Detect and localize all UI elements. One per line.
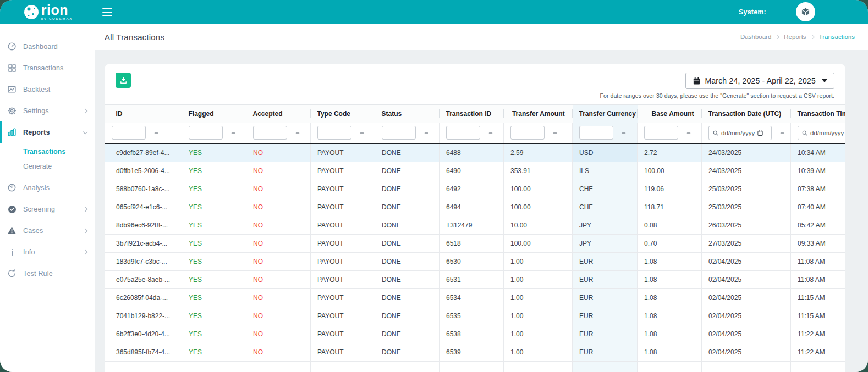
- breadcrumb-reports[interactable]: Reports: [784, 34, 806, 40]
- transactions-card: March 24, 2025 - April 22, 2025 For date…: [105, 64, 845, 372]
- sidebar-item-info[interactable]: Info: [0, 241, 95, 263]
- app-window: rion by CODEMAX System: Das: [0, 0, 868, 372]
- cell-flagged: YES: [182, 234, 246, 252]
- cell-flagged: YES: [182, 198, 246, 216]
- table-row[interactable]: e075a25e-8aeb-...YESNOPAYOUTDONE65311.00…: [105, 270, 846, 288]
- table-row[interactable]: [105, 361, 846, 372]
- column-header-status[interactable]: Status: [375, 105, 440, 123]
- filter-button-transfer_currency[interactable]: [620, 129, 628, 137]
- filter-input-transaction_time[interactable]: dd/mm/yyyy: [798, 126, 845, 140]
- breadcrumb-dashboard[interactable]: Dashboard: [740, 34, 771, 40]
- cell-transaction_date: 02/04/2025: [702, 325, 791, 343]
- cell-transaction_date: 27/03/2025: [702, 234, 791, 252]
- cell-status: DONE: [375, 252, 440, 270]
- cell-transaction_time: 10:34 AM: [791, 143, 846, 162]
- cell-transaction_id: 6539: [440, 343, 504, 361]
- filter-input-id[interactable]: [112, 126, 146, 140]
- filter-input-status[interactable]: [382, 126, 416, 140]
- cell-transfer_currency: EUR: [573, 343, 638, 361]
- submenu-item-transactions[interactable]: Transactions: [0, 144, 95, 159]
- column-header-flagged[interactable]: Flagged: [182, 105, 246, 123]
- cell-status: DONE: [375, 234, 440, 252]
- table-row[interactable]: 8db96ec6-92f8-...YESNOPAYOUTDONET3124791…: [105, 216, 846, 234]
- table-row[interactable]: 065cf924-e1c6-...YESNOPAYOUTDONE6494100.…: [105, 198, 846, 216]
- sidebar-item-analysis[interactable]: Analysis: [0, 177, 95, 198]
- sidebar-item-test-rule[interactable]: Test Rule: [0, 263, 95, 284]
- card-toolbar: March 24, 2025 - April 22, 2025 For date…: [105, 64, 845, 104]
- filter-button-accepted[interactable]: [294, 129, 301, 137]
- column-header-transaction_id[interactable]: Transaction ID: [440, 105, 504, 123]
- sidebar-item-dashboard[interactable]: Dashboard: [0, 36, 95, 57]
- filter-input-flagged[interactable]: [189, 126, 223, 140]
- chevron-right-icon: [83, 228, 87, 232]
- filter-button-type_code[interactable]: [358, 129, 366, 137]
- table-row[interactable]: 6b2ff3e0-4d20-4...YESNOPAYOUTDONE65381.0…: [105, 325, 846, 343]
- filter-input-transaction_id[interactable]: [446, 126, 480, 140]
- cell-type_code: PAYOUT: [311, 162, 375, 180]
- table-row[interactable]: d0ffb1e5-2006-4...YESNOPAYOUTDONE6490353…: [105, 162, 846, 180]
- table-row[interactable]: 7041b129-b822-...YESNOPAYOUTDONE65351.00…: [105, 307, 846, 325]
- header-row: IDFlaggedAcceptedType CodeStatusTransact…: [105, 105, 846, 123]
- table-row[interactable]: 6c26085f-04da-...YESNOPAYOUTDONE65341.00…: [105, 288, 846, 307]
- cell-id: 588b0760-1a8c-...: [105, 180, 182, 198]
- calendar-icon[interactable]: [757, 130, 763, 136]
- cell-id: [105, 361, 182, 372]
- filter-button-transaction_id[interactable]: [487, 129, 495, 137]
- column-header-base_amount[interactable]: Base Amount: [638, 105, 702, 123]
- brand-logo[interactable]: rion by CODEMAX: [0, 0, 95, 24]
- cell-transaction_id: 6488: [440, 143, 504, 162]
- filter-button-transaction_date[interactable]: [778, 129, 786, 137]
- filter-input-type_code[interactable]: [317, 126, 351, 140]
- cell-transfer_amount: 10.00: [504, 216, 573, 234]
- cell-type_code: PAYOUT: [311, 325, 375, 343]
- filter-input-transfer_currency[interactable]: [579, 126, 613, 140]
- gauge-icon: [7, 42, 17, 51]
- table-row[interactable]: 365d895f-fb74-4...YESNOPAYOUTDONE65391.0…: [105, 343, 846, 361]
- column-header-transaction_date[interactable]: Transaction Date (UTC): [702, 105, 791, 123]
- column-header-transaction_time[interactable]: Transaction Time (UTC): [791, 105, 846, 123]
- filter-button-flagged[interactable]: [229, 129, 237, 137]
- cell-type_code: PAYOUT: [311, 198, 375, 216]
- filter-button-base_amount[interactable]: [685, 129, 693, 137]
- column-header-transfer_amount[interactable]: Transfer Amount: [504, 105, 573, 123]
- cell-type_code: PAYOUT: [311, 343, 375, 361]
- date-range-picker[interactable]: March 24, 2025 - April 22, 2025: [685, 73, 834, 89]
- column-header-transfer_currency[interactable]: Transfer Currency: [573, 105, 638, 123]
- sidebar-item-transactions[interactable]: Transactions: [0, 57, 95, 79]
- submenu-item-generate[interactable]: Generate: [0, 159, 95, 174]
- cell-id: e075a25e-8aeb-...: [105, 270, 182, 288]
- cell-status: DONE: [375, 143, 440, 162]
- chart-image-icon: [7, 85, 17, 94]
- cell-accepted: NO: [246, 162, 311, 180]
- table-row[interactable]: 3b7f921c-acb4-...YESNOPAYOUTDONE6518100.…: [105, 234, 846, 252]
- sidebar-item-cases[interactable]: Cases: [0, 220, 95, 241]
- cell-transaction_date: 24/03/2025: [702, 162, 791, 180]
- column-header-type_code[interactable]: Type Code: [311, 105, 375, 123]
- filter-button-id[interactable]: [152, 129, 160, 137]
- sidebar-item-settings[interactable]: Settings: [0, 100, 95, 121]
- column-header-accepted[interactable]: Accepted: [246, 105, 311, 123]
- account-menu-button[interactable]: [796, 2, 815, 21]
- cell-transaction_time: 11:22 AM: [791, 343, 846, 361]
- cell-flagged: [182, 361, 246, 372]
- filter-button-status[interactable]: [422, 129, 430, 137]
- table-row[interactable]: c9defb27-89ef-4...YESNOPAYOUTDONE64882.5…: [105, 143, 846, 162]
- sidebar-item-screening[interactable]: Screening: [0, 198, 95, 220]
- column-header-id[interactable]: ID: [105, 105, 182, 123]
- filter-button-transfer_amount[interactable]: [551, 129, 559, 137]
- cell-base_amount: 119.06: [638, 180, 702, 198]
- menu-toggle-icon[interactable]: [102, 8, 112, 16]
- cell-transfer_currency: USD: [573, 143, 638, 162]
- cell-transaction_time: 05:42 AM: [791, 216, 846, 234]
- filter-input-accepted[interactable]: [253, 126, 287, 140]
- filter-input-base_amount[interactable]: [644, 126, 678, 140]
- filter-input-transfer_amount[interactable]: [510, 126, 545, 140]
- sidebar-item-reports[interactable]: Reports: [0, 121, 95, 143]
- download-csv-button[interactable]: [116, 73, 131, 88]
- table-row[interactable]: 183d9fc7-c3bc-...YESNOPAYOUTDONE65301.00…: [105, 252, 846, 270]
- cell-status: DONE: [375, 198, 440, 216]
- filter-input-transaction_date[interactable]: dd/mm/yyyy: [708, 126, 772, 140]
- table-row[interactable]: 588b0760-1a8c-...YESNOPAYOUTDONE6492100.…: [105, 180, 846, 198]
- sidebar-item-backtest[interactable]: Backtest: [0, 79, 95, 100]
- cell-base_amount: 2.72: [638, 143, 702, 162]
